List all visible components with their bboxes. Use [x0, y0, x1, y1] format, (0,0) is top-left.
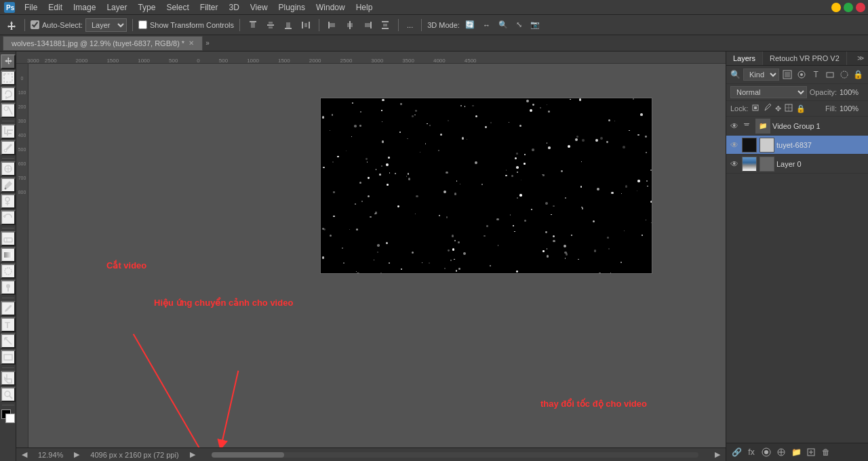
- shape-tool[interactable]: [1, 350, 16, 365]
- dodge-tool[interactable]: [1, 280, 16, 295]
- align-right-edge-btn[interactable]: [360, 19, 375, 31]
- layer-row-tuyet[interactable]: 👁 tuyet-6837: [726, 136, 868, 155]
- fill-value[interactable]: 100%: [840, 104, 864, 113]
- lock-transparent-btn[interactable]: [751, 103, 760, 114]
- status-expand[interactable]: ▶: [190, 450, 195, 459]
- new-layer-btn[interactable]: [805, 446, 817, 458]
- pen-tool[interactable]: [1, 301, 16, 316]
- eyedropper-tool[interactable]: [1, 140, 16, 155]
- canvas-wrapper[interactable]: Cắt video Hiệu ứng chuyển cảnh cho video…: [28, 64, 726, 447]
- menu-select[interactable]: Select: [161, 1, 194, 14]
- menu-3d[interactable]: 3D: [223, 1, 244, 14]
- align-bottom-edge-btn[interactable]: [281, 19, 296, 31]
- show-transform-checkbox[interactable]: [138, 20, 147, 29]
- filter-lock-btn[interactable]: 🔒: [852, 68, 864, 81]
- selection-tool[interactable]: [1, 71, 16, 85]
- document-tab[interactable]: wolves-1341881.jpg @ 12.9% (tuyet-6837, …: [3, 36, 203, 51]
- menu-layer[interactable]: Layer: [101, 1, 132, 14]
- 3d-zoom-btn[interactable]: 🔍: [496, 19, 511, 31]
- layer-row-group1[interactable]: 👁 📁 Video Group 1: [726, 117, 868, 136]
- group-expand-icon[interactable]: [741, 121, 752, 132]
- heal-tool[interactable]: [1, 161, 16, 176]
- magic-wand-tool[interactable]: [1, 103, 16, 118]
- lasso-tool[interactable]: [1, 87, 16, 102]
- menu-plugins[interactable]: Plugins: [273, 1, 311, 14]
- layer-visibility-tuyet[interactable]: 👁: [729, 140, 740, 151]
- align-vcenter-btn[interactable]: [263, 19, 278, 31]
- crop-tool[interactable]: [1, 124, 16, 139]
- blur-tool[interactable]: [1, 264, 16, 279]
- menu-filter[interactable]: Filter: [195, 1, 224, 14]
- gradient-tool[interactable]: [1, 247, 16, 262]
- delete-layer-btn[interactable]: 🗑: [820, 446, 832, 458]
- fx-btn[interactable]: fx: [745, 446, 757, 458]
- zoom-tool[interactable]: [1, 387, 16, 402]
- menu-view[interactable]: View: [245, 1, 273, 14]
- status-right-arrow[interactable]: ▶: [715, 450, 720, 459]
- menu-window[interactable]: Window: [311, 1, 351, 14]
- auto-select-label: Auto-Select:: [42, 21, 83, 29]
- horizontal-scrollbar[interactable]: [212, 452, 698, 458]
- filter-type-btn[interactable]: T: [810, 68, 822, 81]
- eraser-tool[interactable]: [1, 231, 16, 246]
- menu-type[interactable]: Type: [132, 1, 161, 14]
- tab-close-btn[interactable]: ✕: [189, 39, 194, 47]
- menu-edit[interactable]: Edit: [43, 1, 68, 14]
- path-select-tool[interactable]: [1, 334, 16, 348]
- type-tool[interactable]: T: [1, 317, 16, 332]
- menu-file[interactable]: File: [19, 1, 43, 14]
- menu-help[interactable]: Help: [351, 1, 378, 14]
- auto-select-checkbox[interactable]: [31, 20, 39, 29]
- move-tool-btn[interactable]: [4, 19, 19, 31]
- lock-paint-btn[interactable]: [763, 103, 772, 114]
- link-layers-btn[interactable]: 🔗: [730, 446, 743, 458]
- more-options-btn[interactable]: ...: [404, 20, 416, 31]
- move-tool[interactable]: [1, 54, 16, 69]
- tab-layers[interactable]: Layers: [726, 52, 763, 65]
- window-minimize-btn[interactable]: [831, 3, 841, 12]
- blend-mode-select[interactable]: Normal: [730, 86, 807, 98]
- align-top-edge-btn[interactable]: [245, 19, 260, 31]
- layer-row-layer0[interactable]: 👁 Layer 0: [726, 155, 868, 174]
- tab-retouch[interactable]: Retouch VR PRO V2: [763, 52, 847, 65]
- svg-rect-13: [328, 22, 330, 28]
- opacity-value[interactable]: 100%: [840, 88, 864, 96]
- 3d-camera-btn[interactable]: 📷: [528, 19, 542, 31]
- filter-adjustment-btn[interactable]: [796, 68, 808, 81]
- 3d-scale-btn[interactable]: ⤡: [513, 19, 525, 31]
- lock-all-btn[interactable]: 🔒: [796, 104, 806, 113]
- new-group-btn[interactable]: 📁: [790, 446, 802, 458]
- layer-visibility-layer0[interactable]: 👁: [729, 159, 740, 169]
- window-close-btn[interactable]: [856, 3, 865, 12]
- new-adjustment-btn[interactable]: [775, 446, 787, 458]
- align-hcenter-btn[interactable]: [342, 19, 357, 31]
- align-left-edge-btn[interactable]: [325, 19, 340, 31]
- filter-pixel-btn[interactable]: [782, 68, 793, 81]
- distribute-v-btn[interactable]: [378, 19, 393, 31]
- 3d-pan-btn[interactable]: ↔: [480, 20, 493, 31]
- 3d-orbit-btn[interactable]: 🔄: [462, 19, 477, 31]
- panel-collapse-btn[interactable]: ≫: [853, 52, 868, 65]
- filter-kind-select[interactable]: Kind: [743, 68, 779, 81]
- foreground-color[interactable]: [1, 409, 15, 423]
- lock-move-btn[interactable]: ✥: [775, 104, 781, 113]
- clone-tool[interactable]: [1, 194, 16, 209]
- layer-visibility-group1[interactable]: 👁: [729, 121, 740, 132]
- lock-artboard-btn[interactable]: [784, 103, 793, 114]
- scrollbar-thumb[interactable]: [212, 452, 285, 458]
- align-top-edge-icon: [248, 20, 258, 30]
- status-nav-prev[interactable]: ◀: [22, 450, 27, 459]
- status-nav-next[interactable]: ▶: [74, 450, 79, 459]
- add-mask-btn[interactable]: [760, 446, 772, 458]
- distribute-h-btn[interactable]: [298, 19, 313, 31]
- tab-expand-btn[interactable]: »: [205, 39, 210, 47]
- menu-image[interactable]: Image: [68, 1, 101, 14]
- brush-tool[interactable]: [1, 178, 16, 193]
- layer-thumb-tuyet: [742, 138, 757, 153]
- filter-smart-btn[interactable]: [838, 68, 850, 81]
- history-brush-tool[interactable]: [1, 210, 16, 225]
- hand-tool[interactable]: [1, 371, 16, 386]
- layer-select[interactable]: Layer Group: [85, 18, 127, 32]
- filter-shape-btn[interactable]: [824, 68, 835, 81]
- window-maximize-btn[interactable]: [844, 3, 853, 12]
